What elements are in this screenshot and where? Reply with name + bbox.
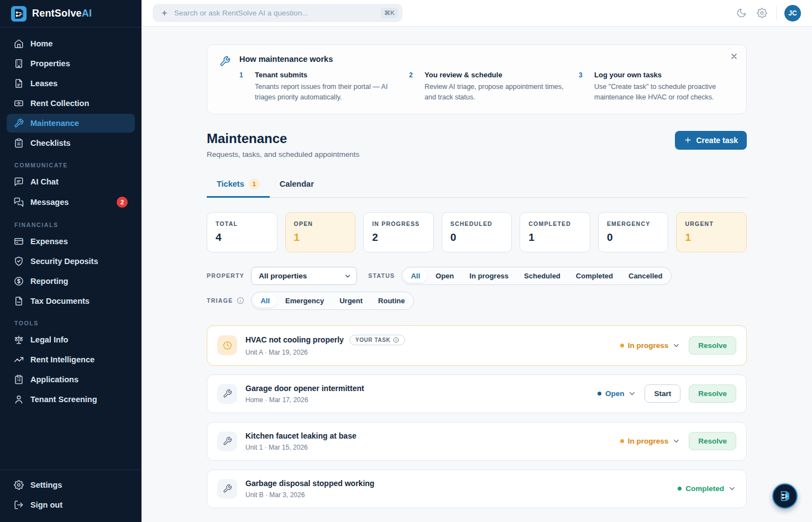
- status-filter-label: STATUS: [368, 272, 395, 279]
- sidebar-item-sign-out[interactable]: Sign out: [7, 495, 135, 514]
- status-dot: [620, 344, 624, 347]
- chevron-down-icon: [628, 389, 636, 398]
- your-task-label: YOUR TASK: [355, 337, 391, 343]
- status-filter-cancelled[interactable]: Cancelled: [621, 269, 669, 283]
- banner-steps: 1 Tenant submits Tenants report issues f…: [239, 71, 734, 103]
- sidebar-item-applications[interactable]: Applications: [7, 370, 135, 389]
- sidebar-item-label: Checklists: [30, 139, 71, 147]
- sidebar-item-legal-info[interactable]: Legal Info: [7, 330, 135, 349]
- global-search[interactable]: ⌘K: [153, 4, 402, 22]
- ticket-row-kitchen-faucet[interactable]: Kitchen faucet leaking at base Unit 1 · …: [207, 422, 747, 461]
- triage-filter-urgent[interactable]: Urgent: [332, 294, 370, 308]
- wrench-icon: [219, 56, 230, 103]
- ticket-status-dropdown[interactable]: Completed: [678, 484, 736, 493]
- step-title: You review & schedule: [425, 71, 564, 79]
- status-filter-group: All Open In progress Scheduled Completed…: [401, 267, 672, 285]
- sidebar-item-rent-intelligence[interactable]: Rent Intelligence: [7, 350, 135, 369]
- filters: PROPERTY All properties STATUS All Open …: [207, 267, 747, 310]
- sidebar-item-label: Rent Collection: [30, 99, 89, 108]
- info-icon[interactable]: [237, 297, 244, 304]
- status-filter-all[interactable]: All: [404, 269, 427, 283]
- your-task-badge[interactable]: YOUR TASK: [349, 335, 406, 345]
- messages-icon: [14, 197, 24, 207]
- ticket-title: Garbage disposal stopped working: [245, 479, 374, 488]
- sidebar-item-rent-collection[interactable]: Rent Collection: [7, 94, 135, 113]
- resolve-button[interactable]: Resolve: [689, 384, 736, 403]
- sidebar-item-properties[interactable]: Properties: [7, 54, 135, 73]
- sidebar-item-reporting[interactable]: Reporting: [7, 272, 135, 291]
- tab-calendar[interactable]: Calendar: [270, 173, 324, 198]
- status-filter-completed[interactable]: Completed: [569, 269, 620, 283]
- sidebar-item-tenant-screening[interactable]: Tenant Screening: [7, 390, 135, 409]
- page-header: Maintenance Requests, tasks, and schedul…: [207, 131, 747, 159]
- ticket-meta: Unit 1 · Mar 15, 2026: [245, 444, 612, 451]
- property-select[interactable]: All properties: [251, 267, 357, 285]
- stat-value: 1: [528, 231, 582, 244]
- sidebar-item-home[interactable]: Home: [7, 34, 135, 53]
- settings-button[interactable]: [756, 7, 768, 19]
- create-task-button[interactable]: Create task: [675, 131, 747, 150]
- step-title: Tenant submits: [255, 71, 395, 79]
- sidebar-item-label: Tenant Screening: [30, 395, 97, 404]
- start-button[interactable]: Start: [645, 384, 680, 403]
- topbar-actions: JC: [735, 5, 801, 22]
- sidebar-item-label: Leases: [30, 79, 57, 88]
- sidebar-item-tax-documents[interactable]: Tax Documents: [7, 292, 135, 310]
- status-filter-in-progress[interactable]: In progress: [462, 269, 516, 283]
- ai-chat-widget-button[interactable]: [772, 483, 798, 509]
- info-icon: [393, 337, 399, 343]
- banner-close-button[interactable]: [730, 52, 738, 61]
- sidebar-item-label: AI Chat: [30, 177, 59, 186]
- ticket-row-garbage-disposal[interactable]: Garbage disposal stopped working Unit B …: [207, 470, 747, 508]
- stat-value: 1: [685, 231, 738, 244]
- sidebar-item-security-deposits[interactable]: Security Deposits: [7, 252, 135, 271]
- ticket-status-dropdown[interactable]: Open: [598, 389, 637, 398]
- status-dot: [598, 392, 601, 396]
- resolve-button[interactable]: Resolve: [689, 336, 736, 355]
- ticket-row-garage-door[interactable]: Garage door opener intermittent Home · M…: [207, 375, 747, 413]
- tab-tickets[interactable]: Tickets 1: [207, 173, 270, 198]
- ticket-list: HVAC not cooling properly YOUR TASK Unit…: [207, 325, 747, 522]
- plus-icon: [684, 136, 692, 144]
- stat-value: 2: [372, 231, 425, 244]
- status-label: Open: [605, 389, 625, 398]
- ticket-status-dropdown[interactable]: In progress: [620, 437, 681, 445]
- wrench-icon: [14, 118, 24, 128]
- sidebar-item-label: Applications: [30, 375, 78, 384]
- triage-label-text: TRIAGE: [207, 297, 233, 304]
- sidebar-item-checklists[interactable]: Checklists: [7, 134, 135, 152]
- ticket-row-hvac[interactable]: HVAC not cooling properly YOUR TASK Unit…: [207, 325, 747, 366]
- theme-toggle-button[interactable]: [735, 7, 748, 19]
- sidebar-item-label: Legal Info: [30, 335, 68, 344]
- main-scroll-area[interactable]: How maintenance works 1 Tenant submits T…: [142, 27, 812, 522]
- triage-filter-all[interactable]: All: [253, 294, 277, 308]
- status-filter-open[interactable]: Open: [428, 269, 461, 283]
- brand: RentSolveAI: [0, 0, 142, 28]
- ticket-meta: Home · Mar 17, 2026: [245, 396, 589, 404]
- triage-filter-emergency[interactable]: Emergency: [278, 294, 331, 308]
- status-dot: [678, 487, 682, 491]
- sidebar-item-label: Security Deposits: [30, 257, 98, 266]
- step-number: 2: [409, 71, 421, 79]
- step-number: 3: [579, 71, 591, 79]
- gear-icon: [757, 8, 767, 18]
- ticket-status-dropdown[interactable]: In progress: [620, 341, 681, 350]
- sidebar-item-expenses[interactable]: Expenses: [7, 232, 135, 251]
- clock-icon: [217, 335, 237, 355]
- stat-urgent: URGENT 1: [676, 212, 747, 252]
- stat-value: 1: [294, 231, 347, 244]
- sidebar-item-ai-chat[interactable]: AI Chat: [7, 172, 135, 191]
- status-filter-scheduled[interactable]: Scheduled: [517, 269, 568, 283]
- sidebar-item-messages[interactable]: Messages 2: [7, 192, 135, 212]
- ticket-meta: Unit B · Mar 3, 2026: [245, 491, 669, 499]
- sidebar-item-label: Expenses: [30, 237, 68, 246]
- stat-completed: COMPLETED 1: [520, 212, 590, 252]
- sidebar-item-settings[interactable]: Settings: [7, 476, 135, 494]
- sidebar-item-leases[interactable]: Leases: [7, 74, 135, 93]
- resolve-button[interactable]: Resolve: [689, 432, 736, 450]
- stat-label: COMPLETED: [528, 220, 582, 227]
- triage-filter-routine[interactable]: Routine: [371, 294, 412, 308]
- search-input[interactable]: [174, 9, 375, 17]
- user-avatar[interactable]: JC: [784, 5, 801, 22]
- sidebar-item-maintenance[interactable]: Maintenance: [7, 114, 135, 133]
